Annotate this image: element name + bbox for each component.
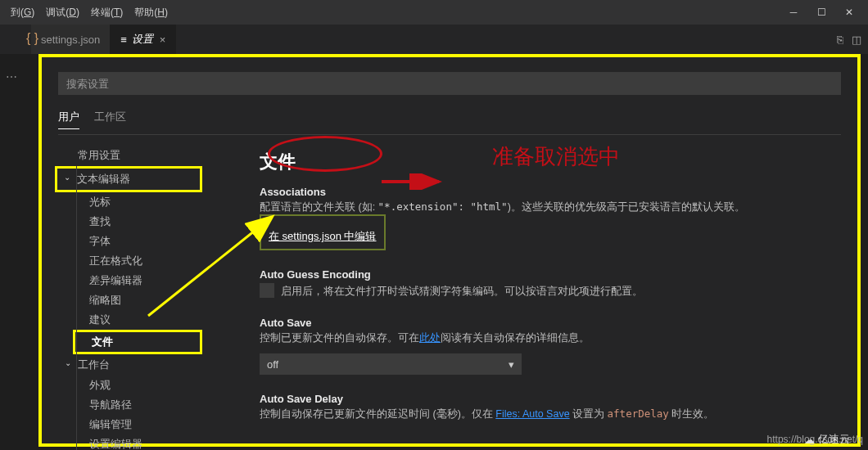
setting-auto-save: Auto Save 控制已更新文件的自动保存。可在此处阅读有关自动保存的详细信息… bbox=[260, 317, 836, 375]
toc-breadcrumbs[interactable]: 导航路径 bbox=[58, 395, 202, 415]
setting-auto-save-delay: Auto Save Delay 控制自动保存已更新文件的延迟时间 (毫秒)。仅在… bbox=[260, 393, 836, 421]
setting-auto-guess-encoding: Auto Guess Encoding 启用后，将在文件打开时尝试猜测字符集编码… bbox=[260, 268, 836, 299]
scope-user[interactable]: 用户 bbox=[58, 110, 79, 129]
chevron-down-icon: ⌄ bbox=[65, 358, 71, 367]
toc-find[interactable]: 查找 bbox=[58, 212, 202, 232]
menu-help[interactable]: 帮助(H) bbox=[129, 4, 174, 21]
tab-settings[interactable]: ≡ 设置 × bbox=[111, 25, 176, 54]
toc-suggestions[interactable]: 建议 bbox=[58, 310, 202, 330]
menu-goto[interactable]: 到(G) bbox=[5, 4, 40, 21]
sliders-icon: ≡ bbox=[120, 34, 127, 46]
open-json-icon[interactable]: ⎘ bbox=[837, 34, 843, 46]
tab-label: settings.json bbox=[41, 34, 100, 46]
settings-editor-highlight: 用户 工作区 常用设置 ⌄ 文本编辑器 光标 查找 字体 正在格式化 差异编辑器 bbox=[38, 54, 861, 447]
setting-desc: 控制已更新文件的自动保存。可在此处阅读有关自动保存的详细信息。 bbox=[260, 331, 836, 345]
checkbox[interactable] bbox=[260, 283, 274, 298]
toc-formatting[interactable]: 正在格式化 bbox=[58, 251, 202, 271]
scope-tabs: 用户 工作区 bbox=[58, 110, 841, 135]
menu-debug[interactable]: 调试(D) bbox=[40, 4, 85, 21]
menu-terminal[interactable]: 终端(T) bbox=[85, 4, 129, 21]
setting-label: Auto Save Delay bbox=[260, 393, 836, 405]
toc-minimap[interactable]: 缩略图 bbox=[58, 290, 202, 310]
chevron-down-icon: ▾ bbox=[509, 358, 514, 371]
toc-common[interactable]: 常用设置 bbox=[58, 145, 202, 166]
toc-cursor[interactable]: 光标 bbox=[58, 192, 202, 212]
toc-editor-mgmt[interactable]: 编辑管理 bbox=[58, 415, 202, 434]
brand-badge: ☁ 亿速云 bbox=[804, 432, 850, 447]
tab-bar: { } settings.json ≡ 设置 × ⎘ ◫ bbox=[0, 25, 868, 54]
toc-diff[interactable]: 差异编辑器 bbox=[58, 271, 202, 290]
window-close[interactable]: ✕ bbox=[835, 4, 863, 20]
setting-label: Auto Guess Encoding bbox=[260, 268, 836, 281]
toc-appearance[interactable]: 外观 bbox=[58, 376, 202, 395]
setting-label: Associations bbox=[260, 186, 836, 198]
window-minimize[interactable]: ─ bbox=[780, 4, 807, 20]
toc-text-editor[interactable]: ⌄ 文本编辑器 bbox=[57, 169, 200, 190]
select-value: off bbox=[267, 358, 278, 371]
setting-desc: 配置语言的文件关联 (如: "*.extension": "html")。这些关… bbox=[260, 200, 836, 214]
toc-workbench[interactable]: ⌄ 工作台 bbox=[58, 354, 202, 376]
activity-overflow-icon[interactable]: ⋯ bbox=[6, 70, 17, 83]
menu-bar: 到(G) 调试(D) 终端(T) 帮助(H) ─ ☐ ✕ bbox=[0, 0, 868, 25]
window-maximize[interactable]: ☐ bbox=[807, 4, 835, 20]
setting-label: Auto Save bbox=[260, 317, 836, 329]
toc-font[interactable]: 字体 bbox=[58, 232, 202, 251]
section-heading: 文件 bbox=[260, 150, 836, 174]
files-auto-save-link[interactable]: Files: Auto Save bbox=[495, 408, 569, 420]
settings-content: 文件 Associations 配置语言的文件关联 (如: "*.extensi… bbox=[202, 145, 841, 450]
json-icon: { } bbox=[26, 31, 38, 46]
toc-files[interactable]: 文件 bbox=[75, 332, 200, 352]
tab-settings-json[interactable]: settings.json bbox=[31, 25, 111, 54]
tab-label: 设置 bbox=[132, 32, 153, 47]
settings-toc: 常用设置 ⌄ 文本编辑器 光标 查找 字体 正在格式化 差异编辑器 缩略图 建议… bbox=[58, 145, 202, 450]
setting-desc: 控制自动保存已更新文件的延迟时间 (毫秒)。仅在 Files: Auto Sav… bbox=[260, 407, 836, 421]
scope-workspace[interactable]: 工作区 bbox=[94, 110, 126, 129]
setting-desc: 启用后，将在文件打开时尝试猜测字符集编码。可以按语言对此项进行配置。 bbox=[260, 283, 836, 299]
toc-settings-editor[interactable]: 设置编辑器 bbox=[58, 434, 202, 450]
close-icon[interactable]: × bbox=[160, 34, 166, 46]
setting-associations: Associations 配置语言的文件关联 (如: "*.extension"… bbox=[260, 186, 836, 250]
search-input[interactable] bbox=[58, 72, 841, 95]
auto-save-doc-link[interactable]: 此处 bbox=[419, 332, 441, 344]
auto-save-select[interactable]: off ▾ bbox=[260, 353, 522, 375]
cloud-icon: ☁ bbox=[804, 434, 815, 446]
chevron-down-icon: ⌄ bbox=[64, 173, 70, 182]
edit-in-settings-json-link[interactable]: 在 settings.json 中编辑 bbox=[266, 227, 379, 245]
split-icon[interactable]: ◫ bbox=[852, 34, 861, 46]
